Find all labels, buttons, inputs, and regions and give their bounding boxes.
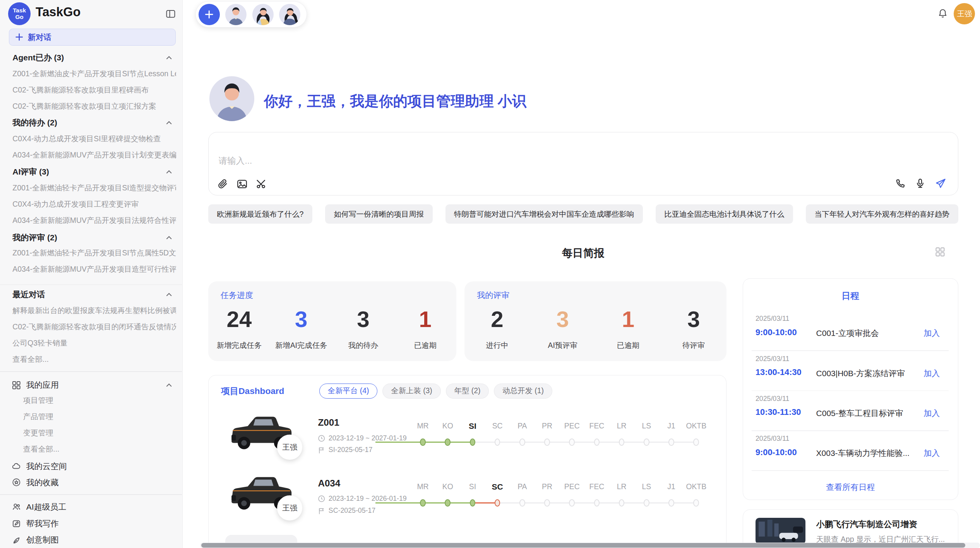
stat-label: 我的待办 xyxy=(332,340,394,351)
list-item[interactable]: Z001-全新燃油轻卡产品开发项目SI造型提交物评审 xyxy=(12,180,176,196)
list-item[interactable]: A034-全新新能源MUV产品开发项目法规符合性评审 xyxy=(12,212,176,229)
chevron-up-icon[interactable] xyxy=(165,291,173,298)
horizontal-scrollbar-thumb[interactable] xyxy=(201,543,965,547)
project-code: A034 xyxy=(318,478,340,489)
list-item[interactable]: C0X4-动力总成开发项目SI里程碑提交物检查 xyxy=(12,131,176,147)
suggestion-chip[interactable]: 当下年轻人对汽车外观有怎样的喜好趋势 xyxy=(806,204,958,224)
app-item-change-mgmt[interactable]: 变更管理 xyxy=(23,425,176,441)
section-my-todo[interactable]: 我的待办 (2) xyxy=(12,115,163,131)
view-all-schedule-link[interactable]: 查看所有日程 xyxy=(743,482,958,493)
sidebar-item-ai-employee[interactable]: AI超级员工 xyxy=(12,499,176,515)
paperclip-icon[interactable] xyxy=(217,178,228,190)
avatar[interactable] xyxy=(225,4,247,25)
view-all-apps[interactable]: 查看全部... xyxy=(23,441,176,457)
phone-icon[interactable] xyxy=(895,178,906,189)
join-button[interactable]: 加入 xyxy=(923,328,940,339)
chevron-up-icon[interactable] xyxy=(165,119,173,126)
list-item[interactable]: A034-全新新能源MUV产品开发项目造型可行性评审 xyxy=(12,261,176,277)
stat-label: 已逾期 xyxy=(595,340,661,351)
tab-powertrain[interactable]: 动总开发 (1) xyxy=(494,384,552,399)
sidebar-item-my-apps[interactable]: 我的应用 xyxy=(12,377,176,393)
milestone-dot xyxy=(470,438,476,446)
add-member-button[interactable] xyxy=(199,4,220,25)
schedule-event-title: C003|H0B-方案冻结评审 xyxy=(816,368,915,379)
milestone-label: OKTB xyxy=(684,482,709,491)
list-item[interactable]: 公司Q3轻卡销量 xyxy=(12,335,176,351)
project-row[interactable]: 王强 A034 2023-12-19 ~ 2026-01-19 SC-2025-… xyxy=(209,470,726,531)
suggestion-chip[interactable]: 比亚迪全固态电池计划具体说了什么 xyxy=(656,204,793,224)
milestone-dot xyxy=(619,438,625,446)
list-item[interactable]: C02-飞腾新能源轻客改款项目的闭环通告反馈情况 xyxy=(12,319,176,335)
user-avatar[interactable]: 王强 xyxy=(954,3,975,24)
sidebar-item-creative-draw[interactable]: 创意制图 xyxy=(12,532,176,548)
stat-row: 24新增完成任务 3新增AI完成任务 3我的待办 1已逾期 xyxy=(208,306,456,350)
chevron-up-icon[interactable] xyxy=(165,54,173,61)
chat-input[interactable] xyxy=(219,156,656,166)
stat-value: 2 xyxy=(464,306,530,332)
project-row[interactable]: 王强 Z001 2023-12-19 ~ 2027-01-19 SI-2025-… xyxy=(209,410,726,471)
suggestion-chip[interactable]: 欧洲新规最近颁布了什么? xyxy=(208,204,312,224)
section-my-review[interactable]: 我的评审 (2) xyxy=(12,229,163,246)
section-recent-chats[interactable]: 最近对话 xyxy=(12,286,163,303)
sidebar-item-cloud-space[interactable]: 我的云空间 xyxy=(12,458,176,474)
dashboard-header: 项目Dashboard 全新平台 (4) 全新上装 (3) 年型 (2) 动总开… xyxy=(221,384,552,399)
sidebar-item-favorites[interactable]: 我的收藏 xyxy=(12,474,176,491)
list-item[interactable]: C02-飞腾新能源轻客改款项目里程碑画布 xyxy=(12,82,176,98)
stat: 3AI预评审 xyxy=(530,306,595,350)
list-item[interactable]: Z001-全新燃油轻卡产品开发项目SI节点属性5D文件评审 xyxy=(12,245,176,261)
bell-icon[interactable] xyxy=(937,8,948,19)
list-item[interactable]: Z001-全新燃油皮卡产品开发项目SI节点Lesson Learn报告 xyxy=(12,66,176,82)
date-range: 2023-12-19 ~ 2026-01-19 xyxy=(329,495,407,503)
date-range: 2023-12-19 ~ 2027-01-19 xyxy=(329,434,407,442)
tab-upfit[interactable]: 全新上装 (3) xyxy=(382,384,441,399)
new-chat-button[interactable]: 新对话 xyxy=(9,29,176,46)
join-button[interactable]: 加入 xyxy=(923,368,940,379)
schedule-time: 10:30-11:30 xyxy=(756,407,801,417)
image-icon[interactable] xyxy=(236,178,248,190)
suggestion-chip[interactable]: 如何写一份清晰的项目周报 xyxy=(325,204,433,224)
sidebar-item-help-write[interactable]: 帮我写作 xyxy=(12,515,176,532)
app-item-product-mgmt[interactable]: 产品管理 xyxy=(23,409,176,425)
milestone-dot xyxy=(519,499,525,507)
composer xyxy=(208,132,958,196)
list-item[interactable]: A034-全新新能源MUV产品开发项目计划变更表编写 xyxy=(12,147,176,163)
tab-platform[interactable]: 全新平台 (4) xyxy=(319,384,378,399)
milestone-label: PA xyxy=(510,482,535,491)
section-agent-done[interactable]: Agent已办 (3) xyxy=(12,50,163,66)
schedule-item: 2025/03/11 9:00-10:00 X003-车辆动力学性能验... 加… xyxy=(743,431,958,471)
milestone-dot xyxy=(445,438,451,446)
chevron-up-icon[interactable] xyxy=(165,381,173,389)
list-item[interactable]: C0X4-动力总成开发项目工程变更评审 xyxy=(12,196,176,212)
chevron-up-icon[interactable] xyxy=(165,234,173,241)
milestone-dot xyxy=(693,438,699,446)
dashboard-grid-icon[interactable] xyxy=(935,247,945,257)
mic-icon[interactable] xyxy=(915,178,926,189)
sidebar-collapse-icon[interactable] xyxy=(164,7,177,20)
join-button[interactable]: 加入 xyxy=(923,408,940,419)
view-all-chats[interactable]: 查看全部... xyxy=(12,351,176,368)
milestone-tag: SI-2025-05-17 xyxy=(329,446,372,454)
list-item[interactable]: 解释最新出台的欧盟报废车法规再生塑料比例被调至15%... xyxy=(12,303,176,319)
schedule-time: 9:00-10:00 xyxy=(756,327,797,337)
milestone-dot xyxy=(544,438,550,446)
suggestion-chip[interactable]: 特朗普可能对进口汽车增税会对中国车企造成哪些影响 xyxy=(445,204,643,224)
send-icon[interactable] xyxy=(935,178,947,190)
schedule-date: 2025/03/11 xyxy=(756,315,790,323)
milestone-label: PEC xyxy=(560,421,584,431)
avatar[interactable] xyxy=(279,4,300,25)
scissors-icon[interactable] xyxy=(256,178,267,190)
schedule-event-title: C001-立项审批会 xyxy=(816,328,915,339)
stat-value: 3 xyxy=(530,306,595,332)
chevron-up-icon[interactable] xyxy=(165,168,173,175)
section-ai-review[interactable]: AI评审 (3) xyxy=(12,164,163,180)
milestone-dot xyxy=(544,499,550,507)
list-item[interactable]: C02-飞腾新能源轻客改款项目立项汇报方案 xyxy=(12,98,176,115)
avatar[interactable] xyxy=(252,4,274,25)
milestone-dot xyxy=(619,499,625,507)
star-circle-icon xyxy=(12,478,21,487)
tab-model-year[interactable]: 年型 (2) xyxy=(446,384,489,399)
app-item-project-mgmt[interactable]: 项目管理 xyxy=(23,392,176,409)
join-button[interactable]: 加入 xyxy=(923,448,940,459)
milestone-label: LR xyxy=(609,482,634,491)
milestone-label: PA xyxy=(510,421,535,431)
